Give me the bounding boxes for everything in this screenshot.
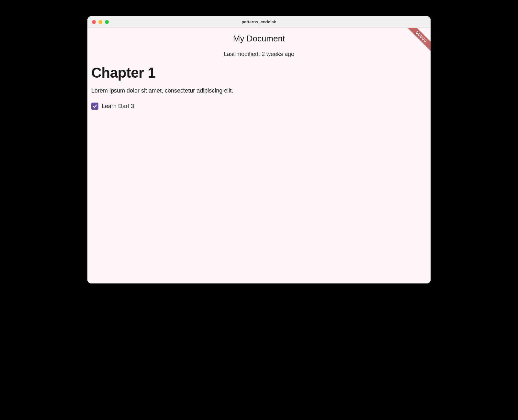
mac-window: patterns_codelab DEBUG My Document Last … [87, 16, 431, 283]
minimize-window-button[interactable] [98, 20, 102, 24]
traffic-lights [87, 20, 109, 24]
chapter-heading: Chapter 1 [91, 61, 427, 83]
appbar-title: My Document [87, 28, 431, 46]
check-icon [92, 104, 97, 109]
checkbox-list-item[interactable]: Learn Dart 3 [91, 98, 427, 114]
checkbox[interactable] [91, 103, 98, 110]
window-title: patterns_codelab [87, 19, 431, 24]
titlebar[interactable]: patterns_codelab [87, 16, 431, 28]
zoom-window-button[interactable] [105, 20, 109, 24]
paragraph-text: Lorem ipsum dolor sit amet, consectetur … [91, 83, 427, 98]
document-body: Chapter 1 Lorem ipsum dolor sit amet, co… [87, 61, 431, 114]
checkbox-label: Learn Dart 3 [102, 103, 134, 110]
app-surface: DEBUG My Document Last modified: 2 weeks… [87, 28, 431, 283]
last-modified-text: Last modified: 2 weeks ago [87, 46, 431, 61]
close-window-button[interactable] [92, 20, 96, 24]
app-content: My Document Last modified: 2 weeks ago C… [87, 28, 431, 114]
